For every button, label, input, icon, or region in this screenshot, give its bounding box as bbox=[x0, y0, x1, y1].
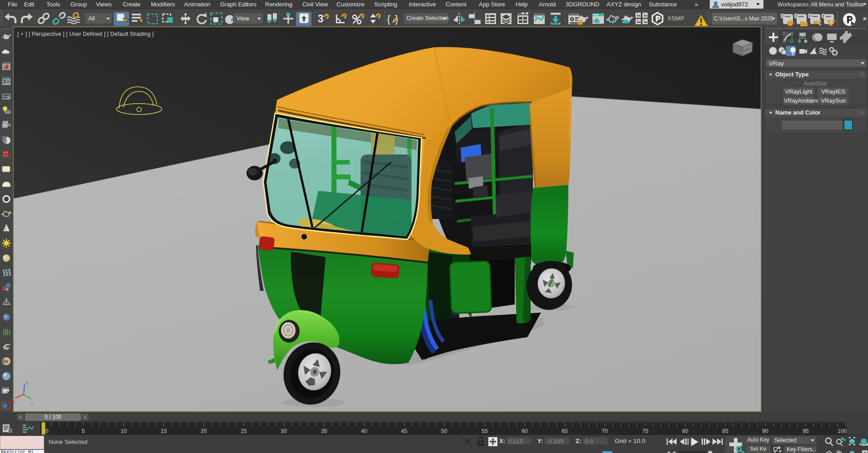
svg-text:3: 3 bbox=[318, 13, 324, 25]
svg-text:x: x bbox=[14, 399, 15, 404]
svg-text:HF: HF bbox=[4, 346, 10, 351]
svg-text:z: z bbox=[25, 380, 28, 385]
svg-text:{: { bbox=[387, 13, 391, 25]
svg-text:0x: 0x bbox=[3, 358, 9, 364]
svg-text:y: y bbox=[31, 400, 33, 405]
